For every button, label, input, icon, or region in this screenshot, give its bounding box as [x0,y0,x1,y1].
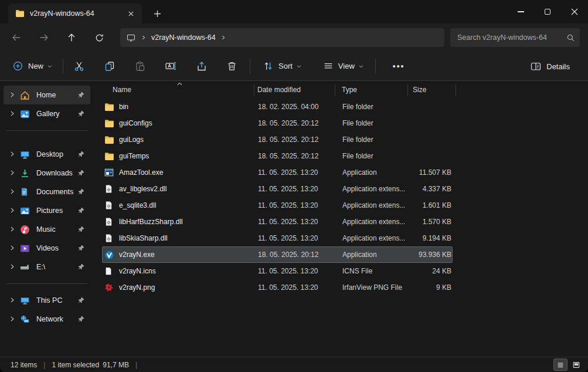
folder-icon [104,151,114,161]
sidebar-item-videos[interactable]: Videos [4,239,90,258]
up-icon[interactable] [62,28,81,48]
file-size: 9.194 KB [410,234,453,242]
sidebar-item-label: Desktop [36,150,77,158]
details-view-toggle[interactable] [553,359,567,371]
table-row[interactable]: libHarfBuzzSharp.dll 11. 05. 2025. 13:20… [102,214,453,230]
sidebar-item-network[interactable]: Network [4,310,90,329]
column-header-type[interactable]: Type [342,86,357,94]
table-row[interactable]: guiLogs 18. 05. 2025. 20:12 File folder [102,131,453,148]
cut-icon[interactable] [68,56,90,76]
copy-icon[interactable] [98,56,121,76]
tab-close-icon[interactable] [124,7,137,20]
file-date-modified: 11. 05. 2025. 13:20 [250,218,334,226]
sidebar-item-downloads[interactable]: Downloads [4,164,90,182]
table-row[interactable]: bin 18. 02. 2025. 04:00 File folder [102,99,453,115]
file-date-modified: 18. 05. 2025. 20:12 [250,251,334,259]
details-pane-button[interactable]: Details [525,56,579,76]
chevron-right-icon[interactable] [8,296,16,305]
chevron-right-icon[interactable] [8,315,16,323]
view-button[interactable]: View [318,56,369,76]
chevron-right-icon[interactable] [8,225,16,234]
chevron-right-icon[interactable] [8,91,16,99]
column-header-size[interactable]: Size [413,86,426,94]
more-options-button[interactable]: ••• [382,56,416,76]
chevron-right-icon[interactable] [8,244,16,252]
minimize-button[interactable] [507,0,534,23]
paste-icon[interactable] [129,56,151,76]
maximize-button[interactable] [534,0,561,23]
table-row[interactable]: e_sqlite3.dll 11. 05. 2025. 13:20 Applic… [102,197,453,214]
pin-icon [77,225,86,234]
folder-icon [104,102,114,112]
table-row[interactable]: v2rayN.png 11. 05. 2025. 13:20 IrfanView… [102,279,453,296]
sidebar-item-label: This PC [36,296,77,305]
file-type: IrfanView PNG File [334,283,410,292]
new-button[interactable]: New [7,56,58,76]
chevron-right-icon[interactable] [8,169,16,177]
sort-ascending-icon [176,82,183,86]
file-size: 4.337 KB [410,185,453,193]
address-bar[interactable]: v2rayN-windows-64 [120,28,444,47]
sidebar-item-desktop[interactable]: Desktop [4,145,90,164]
chevron-right-icon[interactable] [8,207,16,215]
file-name: AmazTool.exe [119,168,163,177]
v2rayn-icon [104,250,114,260]
rename-icon[interactable] [159,56,182,76]
search-icon[interactable] [566,33,575,42]
column-header-date-modified[interactable]: Date modified [257,86,301,94]
pin-icon [77,169,86,177]
view-lines-icon [323,61,334,72]
file-name: bin [119,103,128,111]
new-tab-button[interactable] [149,5,165,22]
breadcrumb[interactable]: v2rayN-windows-64 [151,33,216,42]
chevron-right-icon[interactable] [8,150,16,158]
sort-button[interactable]: Sort [257,56,307,76]
table-row[interactable]: AmazTool.exe 11. 05. 2025. 13:20 Applica… [102,164,453,181]
sidebar-item-music[interactable]: Music [4,220,90,239]
file-date-modified: 18. 05. 2025. 20:12 [250,136,334,144]
sidebar-item-thispc[interactable]: This PC [4,291,90,310]
downloads-icon [20,168,30,178]
chevron-right-icon[interactable] [8,110,16,118]
table-row[interactable]: guiTemps 18. 05. 2025. 20:12 File folder [102,148,453,164]
breadcrumb-chevron-icon [141,35,147,40]
share-icon[interactable] [191,56,213,76]
breadcrumb-chevron-icon[interactable] [220,35,226,40]
file-name: av_libglesv2.dll [119,185,166,193]
file-size: 9 KB [410,283,453,292]
search-input[interactable] [457,33,566,42]
refresh-icon[interactable] [89,28,109,48]
back-icon[interactable] [6,28,26,48]
sidebar-item-e[interactable]: E:\ [4,258,90,276]
sidebar-item-label: Downloads [36,169,77,177]
tab-v2rayn-windows-64[interactable]: v2rayN-windows-64 [8,4,142,23]
dll-icon [104,217,114,227]
chevron-right-icon[interactable] [8,188,16,196]
column-header-name[interactable]: Name [113,86,131,94]
table-row[interactable]: guiConfigs 18. 05. 2025. 20:12 File fold… [102,115,453,131]
close-button[interactable] [561,0,588,23]
sidebar-item-pictures[interactable]: Pictures [4,201,90,220]
chevron-right-icon[interactable] [8,263,16,271]
table-row[interactable]: v2rayN.icns 11. 05. 2025. 13:20 ICNS Fil… [102,263,453,279]
table-row[interactable]: libSkiaSharp.dll 11. 05. 2025. 13:20 App… [102,230,453,246]
table-row[interactable]: v2rayN.exe 18. 05. 2025. 20:12 Applicati… [102,246,453,263]
forward-icon[interactable] [34,28,54,48]
table-row[interactable]: av_libglesv2.dll 11. 05. 2025. 13:20 App… [102,181,453,197]
file-name: guiConfigs [119,119,152,127]
pin-icon [77,91,86,99]
sidebar-item-label: Network [36,315,77,323]
sidebar-item-label: Pictures [36,207,77,215]
this-pc-icon[interactable] [126,33,136,43]
command-bar: New Sort [0,52,588,81]
chevron-down-icon [358,63,364,69]
delete-icon[interactable] [221,56,243,76]
sidebar-item-documents[interactable]: Documents [4,182,90,201]
large-thumbnails-view-toggle[interactable] [569,359,583,371]
file-type: ICNS File [334,267,410,275]
folder-icon [104,119,114,128]
sidebar-item-home[interactable]: Home [4,86,90,104]
column-headers: Name Date modified Type Size [94,81,588,99]
sidebar-item-gallery[interactable]: Gallery [4,104,90,123]
file-name: v2rayN.icns [119,267,156,275]
